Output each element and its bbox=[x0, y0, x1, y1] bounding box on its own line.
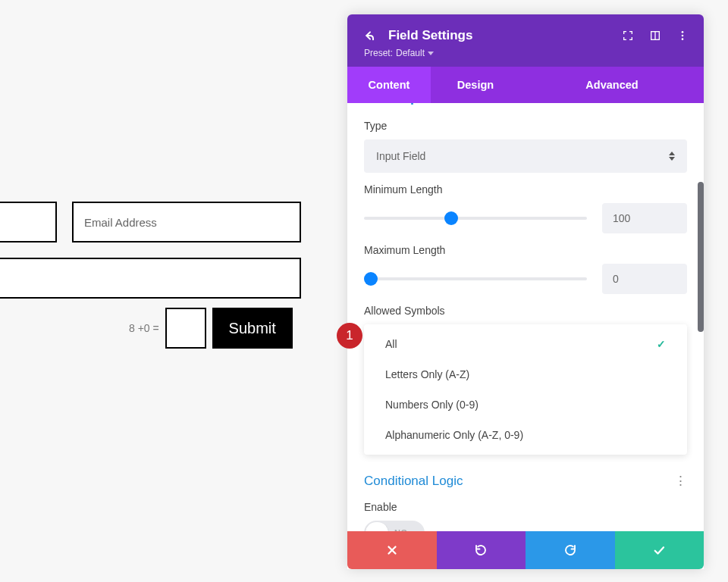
badge-number: 1 bbox=[346, 328, 353, 343]
message-field[interactable] bbox=[0, 258, 301, 299]
cancel-button[interactable] bbox=[347, 531, 437, 569]
tab-design[interactable]: Design bbox=[431, 67, 520, 103]
slider-thumb[interactable] bbox=[444, 211, 458, 225]
enable-toggle[interactable]: NO bbox=[364, 521, 425, 531]
tabs: Content Design Advanced bbox=[347, 67, 704, 103]
type-value: Input Field bbox=[376, 150, 425, 162]
updown-icon bbox=[667, 152, 676, 161]
symbols-option-all[interactable]: All ✓ bbox=[364, 329, 687, 359]
fullscreen-icon[interactable] bbox=[622, 30, 634, 42]
confirm-button[interactable] bbox=[615, 531, 704, 569]
panel-header: Field Settings Preset: Default bbox=[347, 14, 704, 67]
symbols-option-letters[interactable]: Letters Only (A-Z) bbox=[364, 359, 687, 390]
field-settings-panel: Field Settings Preset: Default Content D… bbox=[347, 14, 704, 569]
type-label: Type bbox=[364, 120, 687, 132]
check-icon: ✓ bbox=[657, 338, 666, 350]
captcha-question: 8 +0 = bbox=[129, 322, 159, 334]
min-length-label: Minimum Length bbox=[364, 183, 687, 196]
submit-button[interactable]: Submit bbox=[212, 308, 293, 349]
more-icon[interactable] bbox=[676, 30, 689, 42]
min-length-value[interactable]: 100 bbox=[602, 203, 687, 233]
svg-point-2 bbox=[682, 31, 684, 33]
email-field[interactable]: Email Address bbox=[72, 202, 301, 242]
undo-button[interactable] bbox=[437, 531, 526, 569]
preset-selector[interactable]: Preset: Default bbox=[364, 48, 434, 58]
back-icon[interactable] bbox=[364, 30, 376, 42]
preset-prefix: Preset: bbox=[364, 48, 393, 58]
panel-footer bbox=[347, 531, 704, 569]
symbols-option-alnum[interactable]: Alphanumeric Only (A-Z, 0-9) bbox=[364, 420, 687, 450]
scrollbar[interactable] bbox=[698, 182, 704, 332]
section-field-options: Field Options bbox=[347, 103, 704, 109]
svg-point-4 bbox=[682, 38, 684, 40]
min-length-slider[interactable] bbox=[364, 211, 587, 226]
panel-title: Field Settings bbox=[388, 28, 472, 43]
tab-content[interactable]: Content bbox=[347, 67, 431, 103]
submit-label: Submit bbox=[229, 320, 276, 336]
email-placeholder: Email Address bbox=[84, 216, 157, 229]
section-more-icon[interactable]: ⋮ bbox=[674, 473, 687, 489]
svg-point-3 bbox=[682, 35, 684, 37]
allowed-symbols-dropdown: All ✓ Letters Only (A-Z) Numbers Only (0… bbox=[364, 324, 687, 455]
type-select[interactable]: Input Field bbox=[364, 139, 687, 173]
preset-value: Default bbox=[396, 48, 425, 58]
panel-body: Field Options Type Input Field Minimum L… bbox=[347, 103, 704, 531]
redo-button[interactable] bbox=[526, 531, 615, 569]
chevron-down-icon bbox=[428, 52, 434, 55]
section-conditional-logic: Conditional Logic bbox=[364, 474, 463, 489]
annotation-badge: 1 bbox=[337, 323, 362, 349]
allowed-symbols-label: Allowed Symbols bbox=[364, 305, 687, 317]
symbols-option-numbers[interactable]: Numbers Only (0-9) bbox=[364, 390, 687, 420]
captcha-input[interactable] bbox=[165, 308, 206, 349]
max-length-slider[interactable] bbox=[364, 271, 587, 286]
tab-advanced[interactable]: Advanced bbox=[520, 67, 704, 103]
enable-label: Enable bbox=[364, 501, 687, 513]
layout-icon[interactable] bbox=[649, 30, 661, 42]
toggle-knob bbox=[366, 522, 388, 531]
toggle-value: NO bbox=[394, 528, 408, 531]
max-length-value[interactable]: 0 bbox=[602, 264, 687, 294]
max-length-label: Maximum Length bbox=[364, 244, 687, 256]
slider-thumb[interactable] bbox=[364, 272, 378, 286]
name-field[interactable] bbox=[0, 202, 57, 242]
